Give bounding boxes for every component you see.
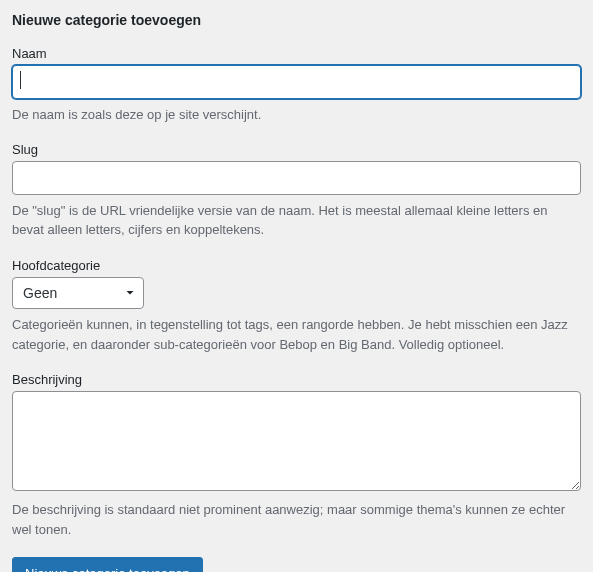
slug-help: De "slug" is de URL vriendelijke versie … bbox=[12, 201, 581, 240]
description-label: Beschrijving bbox=[12, 372, 581, 387]
text-cursor bbox=[20, 71, 21, 89]
form-title: Nieuwe categorie toevoegen bbox=[12, 12, 581, 28]
description-help: De beschrijving is standaard niet promin… bbox=[12, 500, 581, 539]
slug-label: Slug bbox=[12, 142, 581, 157]
parent-help: Categorieën kunnen, in tegenstelling tot… bbox=[12, 315, 581, 354]
slug-input[interactable] bbox=[12, 161, 581, 195]
name-input-wrapper bbox=[12, 65, 581, 99]
description-field: Beschrijving De beschrijving is standaar… bbox=[12, 372, 581, 539]
add-category-form: Nieuwe categorie toevoegen Naam De naam … bbox=[12, 12, 581, 572]
parent-select-wrapper: Geen bbox=[12, 277, 144, 309]
slug-field: Slug De "slug" is de URL vriendelijke ve… bbox=[12, 142, 581, 240]
description-input[interactable] bbox=[12, 391, 581, 491]
parent-label: Hoofdcategorie bbox=[12, 258, 581, 273]
name-label: Naam bbox=[12, 46, 581, 61]
parent-field: Hoofdcategorie Geen Categorieën kunnen, … bbox=[12, 258, 581, 354]
parent-select[interactable]: Geen bbox=[12, 277, 144, 309]
submit-button[interactable]: Nieuwe categorie toevoegen bbox=[12, 557, 203, 572]
name-field: Naam De naam is zoals deze op je site ve… bbox=[12, 46, 581, 124]
name-help: De naam is zoals deze op je site verschi… bbox=[12, 105, 581, 125]
name-input[interactable] bbox=[12, 65, 581, 99]
